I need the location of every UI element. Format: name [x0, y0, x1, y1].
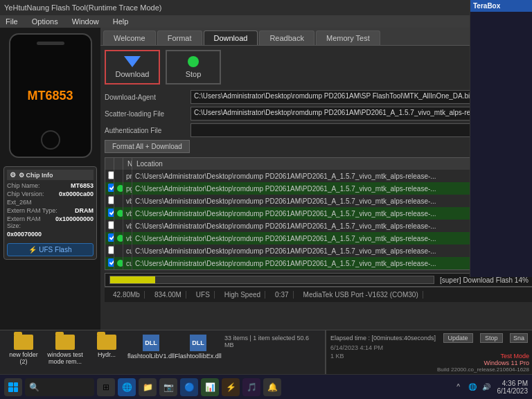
row-indicator — [114, 220, 123, 232]
progress-bar — [109, 276, 434, 284]
chip-version-label: Chip Version: — [7, 190, 44, 197]
row-name: vbmeta_v2 — [123, 232, 132, 245]
explorer-strip: new folder (2) windows test mode rem... … — [0, 330, 326, 374]
tab-readback[interactable]: Readback — [259, 30, 314, 45]
title-bar: YeHtutNaung Flash Tool(Runtime Trace Mod… — [0, 0, 532, 15]
explorer-stop-button[interactable]: Stop — [480, 333, 503, 343]
scatter-file-row: Scatter-loading File C:\Users\Administra… — [105, 107, 532, 121]
phone-speaker — [37, 42, 64, 45]
stop-button[interactable]: Stop — [166, 50, 221, 85]
row-indicator — [114, 257, 123, 269]
menu-options[interactable]: Options — [29, 17, 61, 26]
tray-volume-icon[interactable]: 🔊 — [481, 382, 492, 393]
taskbar-app3[interactable]: ⚡ — [222, 378, 240, 396]
file-table: Name Location preloaderC:\Users\Administ… — [105, 158, 532, 269]
menu-help[interactable]: Help — [110, 17, 132, 26]
taskbar-explorer[interactable]: 📁 — [139, 378, 157, 396]
folder-label-hydr: Hydr... — [98, 351, 116, 358]
scatter-file-input[interactable]: C:\Users\Administrator\Desktop\romdump P… — [190, 107, 499, 121]
auth-file-row: Authentication File choose — [105, 123, 532, 137]
dll-icon-flashtoollibex: DLL — [190, 335, 206, 351]
folder-windows-test[interactable]: windows test mode rem... — [47, 335, 83, 365]
menu-bar: File Options Window Help — [0, 15, 532, 28]
row-checkbox[interactable] — [105, 220, 114, 232]
file-date: 6/14/2023 4:14 PM — [330, 344, 528, 351]
taskbar-photos[interactable]: 📷 — [159, 378, 177, 396]
row-checkbox[interactable] — [105, 245, 114, 257]
explorer-elapsed: Elapsed time : [00minutes:40seconds] Upd… — [330, 333, 528, 343]
table-row: vbmeta2C:\Users\Administrator\Desktop\ro… — [105, 207, 532, 220]
extra-row: 0x00070000 — [7, 231, 94, 238]
explorer-sna-button[interactable]: Sna — [510, 333, 528, 343]
tab-format[interactable]: Format — [157, 30, 202, 45]
row-indicator — [114, 195, 123, 207]
time-display: 4:36 PM — [497, 380, 529, 387]
taskbar: 🔍 ⊞ 🌐 📁 📷 🔵 📊 ⚡ 🎵 🔔 ^ 🌐 🔊 4:36 PM 6/14/2… — [0, 374, 532, 399]
menu-file[interactable]: File — [3, 17, 21, 26]
row-checkbox[interactable] — [105, 257, 114, 269]
chip-name-value: MT6853 — [71, 182, 94, 189]
scatter-file-label: Scatter-loading File — [105, 110, 188, 118]
folder-new[interactable]: new folder (2) — [6, 335, 42, 365]
status-port: MediaTek USB Port -V1632 (COM30) — [299, 291, 423, 299]
taskbar-app4[interactable]: 🎵 — [242, 378, 260, 396]
taskbar-app1[interactable]: 🔵 — [180, 378, 198, 396]
date-display: 6/14/2023 — [497, 387, 529, 395]
auth-file-label: Authentication File — [105, 127, 188, 134]
menu-window[interactable]: Window — [69, 17, 102, 26]
row-name: vbmeta — [123, 195, 132, 207]
folder-hydr[interactable]: Hydr... — [89, 335, 125, 358]
download-agent-input[interactable]: C:\Users\Administrator\Desktop\romdump P… — [190, 90, 499, 104]
ext-ram-size-label: Extern RAM Size: — [7, 215, 55, 229]
download-button[interactable]: Download — [105, 50, 160, 85]
status-size-total: 834.00M — [150, 291, 186, 299]
chip-version-row: Chip Version: 0x0000ca00 — [7, 190, 94, 197]
row-name: vbmeta2 — [123, 207, 132, 220]
ufs-flash-button[interactable]: ⚡ UFS Flash — [7, 243, 94, 256]
taskbar-right: ^ 🌐 🔊 4:36 PM 6/14/2023 — [453, 380, 529, 395]
explorer-status-text: 33 items | 1 item selected 50.6 MB — [224, 335, 319, 348]
taskbar-app2[interactable]: 📊 — [201, 378, 219, 396]
start-button[interactable] — [4, 378, 22, 396]
update-button[interactable]: Update — [443, 333, 473, 343]
status-bar: 42.80Mb 834.00M UFS High Speed 0:37 Medi… — [105, 287, 532, 302]
clock[interactable]: 4:36 PM 6/14/2023 — [497, 380, 529, 395]
dll-label-flashtoollibex: FlashtoollibEx.dll — [175, 353, 222, 360]
format-all-download-button[interactable]: Format All + Download — [105, 140, 190, 153]
terabox-header: TeraBox — [470, 0, 532, 12]
row-name: vbmeta_vendor — [123, 220, 132, 232]
row-checkbox[interactable] — [105, 207, 114, 220]
row-name: cust2 — [123, 257, 132, 269]
phone-model: MT6853 — [27, 89, 73, 103]
row-checkbox[interactable] — [105, 232, 114, 245]
taskbar-search[interactable]: 🔍 — [25, 378, 94, 396]
taskbar-task-view[interactable]: ⊞ — [97, 378, 115, 396]
tab-download[interactable]: Download — [204, 30, 258, 45]
system-tray: ^ 🌐 🔊 — [453, 382, 492, 393]
tray-network-icon[interactable]: 🌐 — [467, 382, 478, 393]
file-flashtoollibex[interactable]: DLL FlashtoollibEx.dll — [177, 335, 219, 360]
taskbar-edge[interactable]: 🌐 — [118, 378, 136, 396]
tab-memory-test[interactable]: Memory Test — [316, 30, 380, 45]
row-checkbox[interactable] — [105, 182, 114, 195]
row-indicator — [114, 207, 123, 220]
auth-file-input[interactable] — [190, 123, 499, 137]
windows-logo-icon — [8, 382, 18, 392]
col-enabled — [114, 158, 123, 170]
status-speed: High Speed — [220, 291, 265, 299]
tray-chevron-icon[interactable]: ^ — [453, 382, 464, 393]
status-time: 0:37 — [271, 291, 293, 299]
folder-label-windows-test: windows test mode rem... — [47, 351, 83, 365]
row-checkbox[interactable] — [105, 170, 114, 182]
file-flashtoollib[interactable]: DLL flashtoolLibV1.dll — [130, 335, 172, 360]
download-agent-label: Download-Agent — [105, 94, 188, 101]
action-buttons: Download Stop — [105, 50, 532, 85]
taskbar-app5[interactable]: 🔔 — [263, 378, 281, 396]
terabox-panel: TeraBox — [470, 0, 532, 277]
ext-ram-size-value: 0x100000000 — [55, 215, 94, 229]
row-checkbox[interactable] — [105, 195, 114, 207]
dll-icon-flashtoollib: DLL — [143, 335, 159, 351]
chip-version-value: 0x0000ca00 — [59, 190, 94, 197]
status-fs-type: UFS — [192, 291, 215, 299]
tab-welcome[interactable]: Welcome — [103, 30, 156, 45]
